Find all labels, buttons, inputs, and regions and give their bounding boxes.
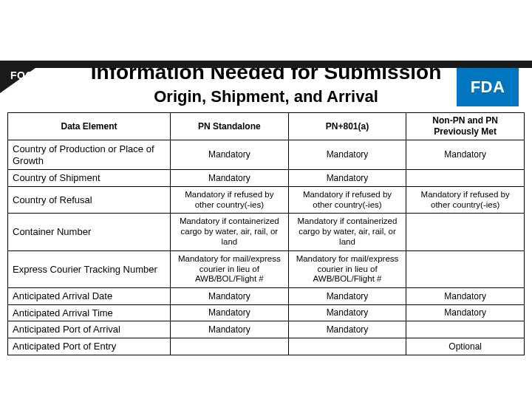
cell: Mandatory if refused by other country(-i… (171, 186, 289, 214)
cell (406, 321, 525, 338)
cell: Mandatory (171, 288, 289, 305)
data-table: Data Element PN Standalone PN+801(a) Non… (7, 112, 525, 355)
table-wrap: Data Element PN Standalone PN+801(a) Non… (7, 112, 525, 355)
fda-badge-text: FDA (471, 78, 505, 97)
cell: Mandatory (288, 140, 406, 170)
cell: Optional (406, 338, 525, 355)
cell: Mandatory if refused by other country(-i… (288, 186, 406, 214)
top-dark-strip (0, 61, 532, 68)
table-header-row: Data Element PN Standalone PN+801(a) Non… (8, 113, 525, 140)
row-label: Country of Refusal (8, 186, 171, 214)
topbar: FOO FDA (0, 61, 532, 115)
cell: Mandatory (288, 288, 406, 305)
cell (406, 170, 525, 187)
cell: Mandatory (288, 321, 406, 338)
fda-badge: FDA (457, 68, 519, 106)
cell: Mandatory for mail/express courier in li… (171, 250, 289, 287)
cell: Mandatory (288, 170, 406, 187)
table-row: Container Number Mandatory if containeri… (8, 214, 525, 250)
cell: Mandatory (406, 288, 525, 305)
row-label: Anticipated Arrival Time (8, 304, 171, 321)
row-label: Container Number (8, 214, 171, 250)
table-row: Anticipated Arrival Date Mandatory Manda… (8, 288, 525, 305)
cell: Mandatory if refused by other country(-i… (406, 186, 525, 214)
cell: Mandatory (171, 321, 289, 338)
row-label: Anticipated Arrival Date (8, 288, 171, 305)
cell (406, 250, 525, 287)
cell: Mandatory (406, 140, 525, 170)
table-row: Anticipated Port of Entry Optional (8, 338, 525, 355)
col-header-pn-standalone: PN Standalone (171, 113, 289, 140)
cell (406, 214, 525, 250)
table-row: Country of Shipment Mandatory Mandatory (8, 170, 525, 187)
cell: Mandatory (171, 170, 289, 187)
table-row: Anticipated Port of Arrival Mandatory Ma… (8, 321, 525, 338)
cell: Mandatory if containerized cargo by wate… (171, 214, 289, 250)
col-header-pn-801a: PN+801(a) (288, 113, 406, 140)
cell: Mandatory (288, 304, 406, 321)
cell (288, 338, 406, 355)
cell: Mandatory (171, 140, 289, 170)
cell: Mandatory (406, 304, 525, 321)
col-header-nonpn: Non-PN and PN Previously Met (406, 113, 525, 140)
cell: Mandatory if containerized cargo by wate… (288, 214, 406, 250)
row-label: Anticipated Port of Entry (8, 338, 171, 355)
table-row: Anticipated Arrival Time Mandatory Manda… (8, 304, 525, 321)
table-row: Express Courier Tracking Number Mandator… (8, 250, 525, 287)
cell (171, 338, 289, 355)
corner-label: FOO (10, 69, 34, 81)
row-label: Country of Production or Place of Growth (8, 140, 171, 170)
table-row: Country of Refusal Mandatory if refused … (8, 186, 525, 214)
cell: Mandatory for mail/express courier in li… (288, 250, 406, 287)
table-row: Country of Production or Place of Growth… (8, 140, 525, 170)
cell: Mandatory (171, 304, 289, 321)
slide: FOO FDA Information Needed for Submissio… (0, 61, 532, 399)
col-header-data-element: Data Element (8, 113, 171, 140)
row-label: Anticipated Port of Arrival (8, 321, 171, 338)
row-label: Country of Shipment (8, 170, 171, 187)
row-label: Express Courier Tracking Number (8, 250, 171, 287)
